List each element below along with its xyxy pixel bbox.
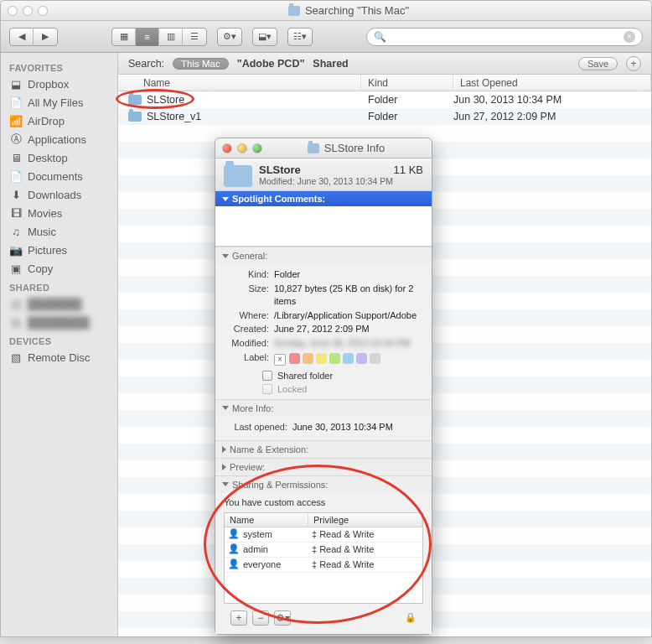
info-modified-summary: Modified: June 30, 2013 10:34 PM (259, 176, 423, 186)
col-kind[interactable]: Kind (361, 75, 453, 91)
view-icons-button[interactable]: ▦ (112, 28, 136, 46)
sidebar-item[interactable]: ♫Music (1, 222, 117, 241)
permissions-table: Name Privilege 👤system‡ Read & Write👤adm… (224, 512, 423, 604)
minimize-icon[interactable] (237, 143, 247, 153)
permission-row[interactable]: 👤system‡ Read & Write (225, 527, 422, 543)
finder-toolbar: ◀ ▶ ▦ ≡ ▥ ☰ ⚙▾ ⬓▾ ☷▾ 🔍 × (1, 21, 651, 53)
sidebar-item-label: ████████ (28, 316, 90, 329)
section-spotlight[interactable]: Spotlight Comments: (215, 191, 432, 206)
sidebar-item-label: Downloads (28, 189, 81, 201)
perm-col-name[interactable]: Name (225, 513, 308, 527)
col-last-opened[interactable]: Last Opened (453, 75, 651, 91)
label-color[interactable] (289, 353, 300, 364)
section-sharing[interactable]: Sharing & Permissions: (215, 475, 432, 493)
spotlight-comments-field[interactable] (215, 206, 432, 247)
permission-row[interactable]: 👤admin‡ Read & Write (225, 543, 422, 558)
sidebar-item[interactable]: ▧████████ (1, 313, 117, 331)
add-permission-button[interactable]: + (230, 610, 247, 626)
search-field[interactable]: 🔍 × (366, 28, 643, 46)
minimize-icon[interactable] (23, 6, 33, 16)
clear-label-button[interactable]: × (274, 354, 286, 366)
remove-permission-button[interactable]: − (252, 610, 269, 626)
perm-col-privilege[interactable]: Privilege (308, 513, 422, 527)
forward-button[interactable]: ▶ (34, 28, 57, 46)
section-more-label: More Info: (232, 403, 274, 413)
permission-name: everyone (243, 559, 281, 569)
clear-search-button[interactable]: × (624, 31, 635, 43)
search-input[interactable] (391, 31, 618, 43)
result-row[interactable]: SLStoreFolderJun 30, 2013 10:34 PM (118, 91, 651, 108)
lock-icon[interactable]: 🔒 (405, 612, 417, 623)
modified-value: Sunday, June 30, 2013 10:34 PM (274, 337, 423, 350)
sidebar-head-favorites: FAVORITES (1, 58, 117, 75)
sidebar-item[interactable]: ⬓Dropbox (1, 75, 117, 93)
close-icon[interactable] (222, 143, 232, 153)
user-icon: 👤 (228, 543, 240, 555)
label-color[interactable] (329, 353, 340, 364)
sidebar-item[interactable]: 📄All My Files (1, 93, 117, 112)
sidebar-item[interactable]: ▧███████ (1, 294, 117, 313)
permission-privilege[interactable]: ‡ Read & Write (308, 529, 422, 539)
view-columns-button[interactable]: ▥ (159, 28, 183, 46)
sidebar-item[interactable]: 📶AirDrop (1, 112, 117, 130)
sidebar-item[interactable]: ▣Copy (1, 259, 117, 278)
sidebar-item-label: Copy (28, 262, 53, 275)
dropbox-menu[interactable]: ⬓▾ (252, 28, 277, 46)
label-color[interactable] (370, 353, 380, 364)
action-menu[interactable]: ⚙▾ (217, 28, 242, 46)
section-name-ext[interactable]: Name & Extension: (215, 440, 432, 458)
shared-folder-label: Shared folder (277, 371, 333, 381)
sidebar-item[interactable]: 📷Pictures (1, 241, 117, 259)
info-header: SLStore 11 KB Modified: June 30, 2013 10… (215, 158, 432, 191)
scope-this-mac[interactable]: This Mac (173, 58, 229, 70)
zoom-icon[interactable] (252, 143, 262, 153)
result-lastopened: Jun 27, 2012 2:09 PM (453, 111, 651, 122)
sidebar-item[interactable]: ▧Remote Disc (1, 348, 117, 366)
shared-folder-checkbox[interactable] (262, 371, 272, 381)
scope-folder[interactable]: "Adobe PCD" (237, 58, 305, 70)
section-general[interactable]: General: (215, 247, 432, 264)
sidebar-item[interactable]: 📄Documents (1, 167, 117, 185)
sidebar-item-icon: Ⓐ (9, 132, 23, 146)
zoom-icon[interactable] (38, 6, 48, 16)
scope-shared[interactable]: Shared (313, 58, 348, 70)
disclosure-icon (222, 464, 226, 470)
sidebar-item[interactable]: 🎞Movies (1, 204, 117, 222)
section-preview-label: Preview: (230, 462, 265, 472)
search-icon: 🔍 (374, 31, 386, 43)
disclosure-icon (222, 406, 229, 410)
permission-row[interactable]: 👤everyone‡ Read & Write (225, 558, 422, 573)
modified-label: Modified: (224, 337, 269, 350)
sidebar-item[interactable]: ⬇Downloads (1, 185, 117, 204)
view-list-button[interactable]: ≡ (136, 28, 159, 46)
disclosure-icon (222, 482, 229, 486)
sidebar-item[interactable]: 🖥Desktop (1, 148, 117, 167)
label-color[interactable] (303, 353, 313, 364)
folder-icon (288, 6, 300, 16)
locked-checkbox[interactable] (262, 384, 272, 394)
permission-action-button[interactable]: ⚙▾ (274, 610, 291, 626)
result-row[interactable]: SLStore_v1FolderJun 27, 2012 2:09 PM (118, 108, 651, 125)
arrange-menu[interactable]: ☷▾ (287, 28, 313, 46)
add-criteria-button[interactable]: + (626, 56, 641, 71)
label-color[interactable] (316, 353, 327, 364)
permission-privilege[interactable]: ‡ Read & Write (308, 559, 422, 569)
label-color[interactable] (356, 353, 367, 364)
col-name[interactable]: Name (118, 75, 361, 91)
section-preview[interactable]: Preview: (215, 458, 432, 475)
info-window: SLStore Info SLStore 11 KB Modified: Jun… (215, 138, 432, 635)
lastopened-label: Last opened: (224, 421, 287, 434)
label-colors: × (274, 353, 423, 367)
label-color[interactable] (343, 353, 354, 364)
sidebar-item-label: All My Files (28, 96, 83, 109)
save-search-button[interactable]: Save (578, 57, 618, 70)
close-icon[interactable] (8, 6, 18, 16)
section-more-info[interactable]: More Info: (215, 399, 432, 417)
sidebar-item[interactable]: ⒶApplications (1, 130, 117, 148)
back-button[interactable]: ◀ (10, 28, 34, 46)
sidebar-item-label: Documents (28, 170, 83, 183)
view-coverflow-button[interactable]: ☰ (183, 28, 206, 46)
permission-privilege[interactable]: ‡ Read & Write (308, 544, 422, 554)
sidebar-item-label: Dropbox (28, 78, 69, 91)
sidebar-item-icon: ▣ (9, 262, 23, 275)
